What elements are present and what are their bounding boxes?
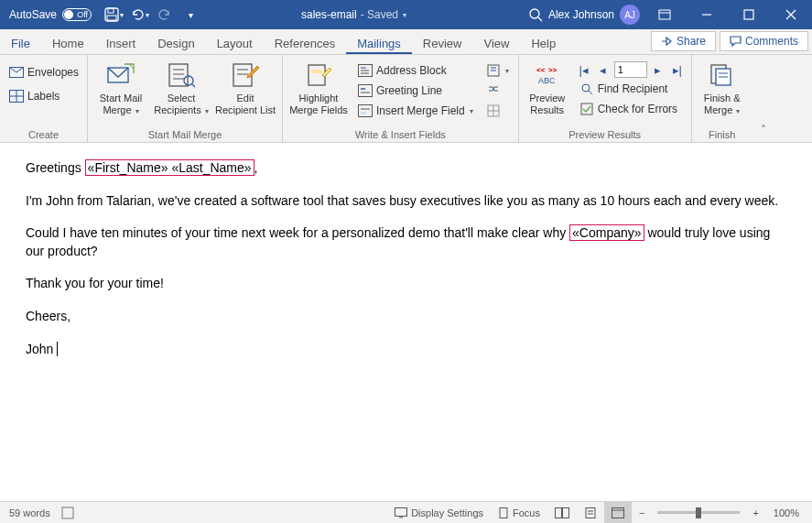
undo-icon[interactable]: ▾	[126, 0, 152, 29]
autosave-label: AutoSave	[9, 8, 57, 21]
tab-references[interactable]: References	[264, 32, 346, 54]
svg-rect-1	[108, 8, 114, 13]
group-start-label: Start Mail Merge	[93, 127, 276, 142]
collapse-ribbon-icon[interactable]: ˄	[752, 55, 774, 142]
insert-merge-field-button[interactable]: Insert Merge Field▾	[354, 102, 477, 120]
check-errors-button[interactable]: Check for Errors	[576, 100, 686, 118]
focus-icon	[498, 507, 509, 518]
qat-customize-icon[interactable]: ▾	[178, 0, 203, 29]
svg-line-4	[538, 17, 542, 21]
tab-home[interactable]: Home	[41, 32, 95, 54]
zoom-slider[interactable]	[657, 511, 740, 514]
tab-mailings[interactable]: Mailings	[346, 32, 412, 54]
print-layout-icon[interactable]	[577, 502, 604, 524]
labels-button[interactable]: Labels	[5, 87, 63, 105]
group-preview-results: <<>>ABC Preview Results |◂ ◂ ▸ ▸| Find R…	[519, 55, 692, 142]
match-fields-button[interactable]	[482, 82, 513, 100]
tab-help[interactable]: Help	[520, 32, 567, 54]
address-block-icon	[358, 63, 373, 78]
greeting-line-button[interactable]: Greeting Line	[354, 82, 477, 100]
svg-text:ABC: ABC	[538, 76, 556, 85]
ribbon-tabs: File Home Insert Design Layout Reference…	[0, 29, 812, 55]
svg-rect-55	[500, 507, 507, 518]
svg-rect-61	[612, 507, 623, 518]
group-preview-label: Preview Results	[525, 127, 686, 142]
first-record-icon[interactable]: |◂	[576, 61, 592, 78]
svg-line-21	[192, 84, 195, 87]
search-icon[interactable]	[523, 0, 548, 29]
tab-view[interactable]: View	[472, 32, 520, 54]
paragraph-greeting: Greetings «First_Name» «Last_Name»,	[26, 159, 786, 178]
focus-button[interactable]: Focus	[491, 502, 547, 524]
share-button[interactable]: Share	[651, 31, 716, 51]
check-icon	[579, 102, 594, 116]
svg-rect-26	[311, 70, 322, 73]
highlight-icon	[303, 60, 334, 91]
svg-point-20	[184, 76, 193, 85]
tab-insert[interactable]: Insert	[95, 32, 147, 54]
select-recipients-button[interactable]: Select Recipients ▾	[154, 58, 209, 117]
find-recipient-button[interactable]: Find Recipient	[576, 80, 686, 98]
highlight-merge-fields-button[interactable]: Highlight Merge Fields	[288, 58, 349, 116]
zoom-level[interactable]: 100%	[766, 502, 812, 524]
tab-design[interactable]: Design	[146, 32, 205, 54]
zoom-out-icon[interactable]: −	[632, 502, 652, 524]
recipients-icon	[166, 60, 197, 91]
document-body[interactable]: Greetings «First_Name» «Last_Name», I'm …	[0, 143, 812, 501]
next-record-icon[interactable]: ▸	[650, 61, 666, 78]
avatar: AJ	[620, 5, 640, 25]
svg-rect-36	[361, 112, 366, 114]
svg-point-44	[582, 84, 590, 92]
paragraph-intro: I'm John from Talarian, we've created a …	[26, 192, 786, 211]
user-account[interactable]: Alex Johnson AJ	[548, 5, 640, 25]
svg-rect-51	[62, 507, 73, 518]
update-labels-button[interactable]	[482, 102, 513, 120]
close-icon[interactable]	[770, 0, 812, 29]
svg-text:<<: <<	[536, 66, 546, 74]
ribbon: Envelopes Labels Create Start Mail Merge…	[0, 55, 812, 143]
save-icon[interactable]: ▾	[101, 0, 126, 29]
svg-rect-56	[555, 507, 561, 518]
preview-results-button[interactable]: <<>>ABC Preview Results	[525, 58, 570, 116]
update-icon	[486, 104, 501, 118]
spellcheck-icon[interactable]	[61, 507, 76, 519]
tab-file[interactable]: File	[0, 32, 41, 54]
finish-merge-button[interactable]: Finish & Merge ▾	[698, 58, 747, 117]
merge-field-company: «Company»	[569, 224, 644, 241]
comments-button[interactable]: Comments	[720, 31, 808, 51]
title-dropdown-icon[interactable]: ▾	[403, 11, 406, 19]
last-record-icon[interactable]: ▸|	[669, 61, 686, 78]
svg-rect-31	[359, 85, 373, 97]
group-finish: Finish & Merge ▾ Finish	[692, 55, 752, 142]
autosave-toggle[interactable]: AutoSave Off	[0, 8, 101, 21]
minimize-icon[interactable]	[686, 0, 728, 29]
mail-merge-icon	[105, 60, 136, 91]
group-start-mail-merge: Start Mail Merge ▾ Select Recipients ▾ E…	[88, 55, 283, 142]
share-icon	[661, 36, 673, 48]
record-navigation: |◂ ◂ ▸ ▸|	[576, 61, 686, 78]
rules-button[interactable]: ▾	[482, 61, 513, 80]
ribbon-display-icon[interactable]	[644, 0, 686, 29]
tab-review[interactable]: Review	[412, 32, 473, 54]
envelopes-button[interactable]: Envelopes	[5, 63, 82, 82]
match-icon	[486, 83, 501, 98]
prev-record-icon[interactable]: ◂	[595, 61, 612, 78]
toggle-switch[interactable]: Off	[62, 8, 92, 21]
rules-icon	[486, 63, 501, 78]
maximize-icon[interactable]	[728, 0, 770, 29]
record-number-input[interactable]	[614, 61, 647, 78]
group-write-label: Write & Insert Fields	[288, 127, 513, 142]
redo-icon[interactable]	[152, 0, 178, 29]
group-create-label: Create	[5, 127, 81, 142]
word-count[interactable]: 59 words	[9, 507, 50, 518]
tab-layout[interactable]: Layout	[206, 32, 264, 54]
display-icon	[395, 507, 407, 518]
web-layout-icon[interactable]	[604, 502, 632, 524]
display-settings-button[interactable]: Display Settings	[387, 502, 491, 524]
group-create: Envelopes Labels Create	[0, 55, 88, 142]
start-mail-merge-button[interactable]: Start Mail Merge ▾	[93, 58, 148, 117]
address-block-button[interactable]: Address Block	[354, 61, 477, 80]
edit-recipient-list-button[interactable]: Edit Recipient List	[214, 58, 276, 116]
read-mode-icon[interactable]	[547, 502, 577, 524]
zoom-in-icon[interactable]: +	[745, 502, 765, 524]
